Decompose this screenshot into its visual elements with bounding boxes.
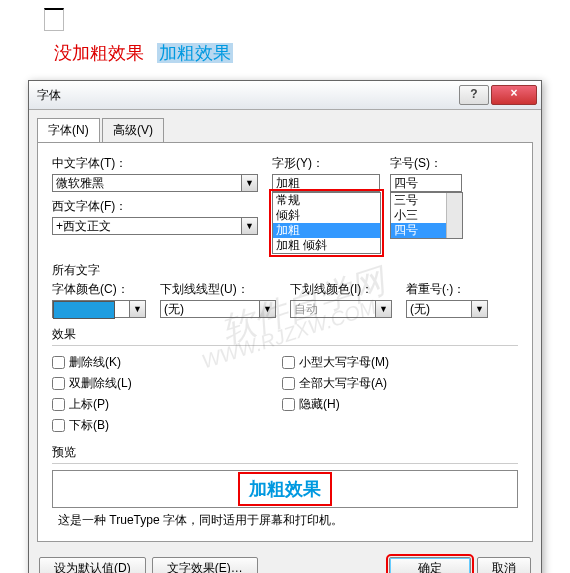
chk-allcaps[interactable]: 全部大写字母(A): [282, 375, 389, 392]
west-font-input[interactable]: [52, 217, 242, 235]
chk-sub[interactable]: 下标(B): [52, 417, 272, 434]
dialog-title: 字体: [37, 87, 459, 104]
label-style: 字形(Y)：: [272, 155, 380, 172]
tab-strip: 字体(N) 高级(V): [29, 110, 541, 143]
text-effects-button[interactable]: 文字效果(E)…: [152, 557, 258, 573]
titlebar[interactable]: 字体 ? ×: [29, 81, 541, 110]
chevron-down-icon[interactable]: ▼: [472, 300, 488, 318]
cn-font-input[interactable]: [52, 174, 242, 192]
label-effects: 效果: [52, 326, 518, 343]
list-item[interactable]: 常规: [273, 193, 380, 208]
color-combo[interactable]: ▼: [52, 300, 146, 318]
divider: [52, 345, 518, 346]
demo-text: 没加粗效果 加粗效果: [54, 41, 570, 65]
cancel-button[interactable]: 取消: [477, 557, 531, 573]
emph-combo[interactable]: ▼: [406, 300, 488, 318]
cursor-marker: [44, 8, 64, 31]
underline-input[interactable]: [160, 300, 260, 318]
chevron-down-icon[interactable]: ▼: [242, 217, 258, 235]
help-button[interactable]: ?: [459, 85, 489, 105]
chevron-down-icon: ▼: [376, 300, 392, 318]
list-item[interactable]: 倾斜: [273, 208, 380, 223]
preview-note: 这是一种 TrueType 字体，同时适用于屏幕和打印机。: [58, 512, 518, 529]
label-west-font: 西文字体(F)：: [52, 198, 262, 215]
demo-not-bold: 没加粗效果: [54, 43, 144, 63]
chk-strike[interactable]: 删除线(K): [52, 354, 272, 371]
divider: [52, 463, 518, 464]
demo-bold: 加粗效果: [157, 43, 233, 63]
label-underline: 下划线线型(U)：: [160, 281, 276, 298]
size-list[interactable]: 三号 小三 四号: [390, 192, 463, 239]
chevron-down-icon[interactable]: ▼: [130, 300, 146, 318]
west-font-combo[interactable]: ▼: [52, 217, 262, 235]
label-alltext: 所有文字: [52, 262, 518, 279]
chk-hidden[interactable]: 隐藏(H): [282, 396, 389, 413]
label-emph: 着重号(·)：: [406, 281, 488, 298]
ok-button[interactable]: 确定: [389, 557, 471, 573]
style-input[interactable]: [272, 174, 380, 192]
color-swatch: [53, 301, 115, 319]
underline-combo[interactable]: ▼: [160, 300, 276, 318]
label-cn-font: 中文字体(T)：: [52, 155, 262, 172]
label-preview: 预览: [52, 444, 518, 461]
chk-dstrike[interactable]: 双删除线(L): [52, 375, 272, 392]
font-dialog: 字体 ? × 字体(N) 高级(V) 软件自学网 WWW.RJZXW.COM 中…: [28, 80, 542, 573]
cn-font-combo[interactable]: ▼: [52, 174, 262, 192]
list-item[interactable]: 加粗: [273, 223, 380, 238]
chk-sup[interactable]: 上标(P): [52, 396, 272, 413]
emph-input[interactable]: [406, 300, 472, 318]
label-size: 字号(S)：: [390, 155, 480, 172]
preview-text: 加粗效果: [241, 475, 329, 503]
ulcolor-combo[interactable]: ▼: [290, 300, 392, 318]
chk-smallcaps[interactable]: 小型大写字母(M): [282, 354, 389, 371]
list-item[interactable]: 加粗 倾斜: [273, 238, 380, 253]
chevron-down-icon[interactable]: ▼: [260, 300, 276, 318]
preview-box: 加粗效果: [52, 470, 518, 508]
label-color: 字体颜色(C)：: [52, 281, 146, 298]
style-list[interactable]: 常规 倾斜 加粗 加粗 倾斜: [272, 192, 381, 254]
close-button[interactable]: ×: [491, 85, 537, 105]
set-default-button[interactable]: 设为默认值(D): [39, 557, 146, 573]
chevron-down-icon[interactable]: ▼: [242, 174, 258, 192]
tab-advanced[interactable]: 高级(V): [102, 118, 164, 143]
label-ulcolor: 下划线颜色(I)：: [290, 281, 392, 298]
scrollbar[interactable]: [446, 193, 462, 238]
button-row: 设为默认值(D) 文字效果(E)… 确定 取消: [29, 551, 541, 573]
tab-body: 软件自学网 WWW.RJZXW.COM 中文字体(T)： ▼ 西文字体(F)： …: [37, 142, 533, 542]
ulcolor-input: [290, 300, 376, 318]
size-input[interactable]: [390, 174, 462, 192]
tab-font[interactable]: 字体(N): [37, 118, 100, 142]
